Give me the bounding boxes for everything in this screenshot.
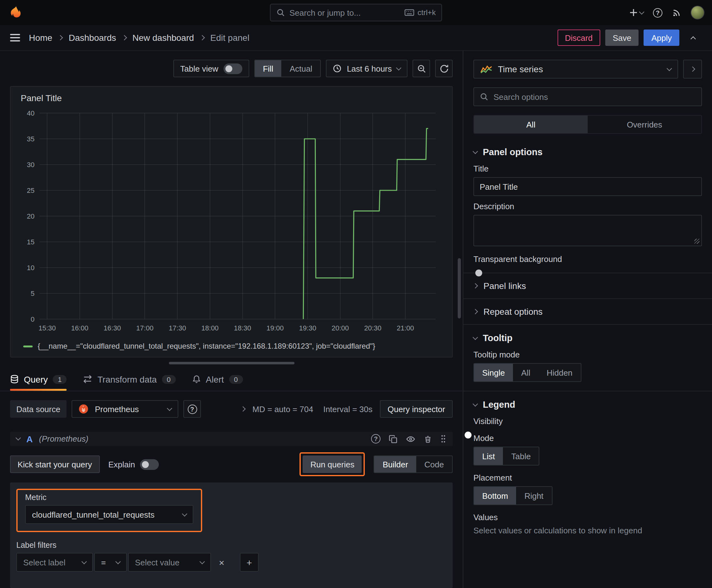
help-icon: ? [653, 8, 662, 17]
legend-placement-label: Placement [473, 473, 702, 482]
legend-table-option[interactable]: Table [503, 447, 539, 465]
zoom-out-button[interactable] [412, 60, 430, 77]
description-label: Description [473, 202, 702, 211]
trash-icon[interactable] [424, 435, 432, 443]
tooltip-all-option[interactable]: All [513, 364, 538, 381]
edit-panel-left: Table view Fill Actual Last 6 hours [0, 51, 463, 588]
legend-series-label[interactable]: {__name__="cloudflared_tunnel_total_requ… [38, 342, 375, 351]
label-filters-row: Select label = Select value × + [16, 553, 447, 572]
kick-start-button[interactable]: Kick start your query [10, 456, 100, 473]
description-input[interactable] [473, 215, 702, 246]
chart-area[interactable]: 051015202530354015:3016:0016:3017:0017:3… [18, 107, 445, 339]
datasource-help-button[interactable]: ? [184, 400, 201, 418]
metric-select[interactable]: cloudflared_tunnel_total_requests [25, 505, 193, 524]
builder-code-segmented: Builder Code [374, 456, 453, 473]
time-range-picker[interactable]: Last 6 hours [326, 60, 408, 77]
tab-query[interactable]: Query 1 [10, 368, 67, 391]
breadcrumb-dashboards[interactable]: Dashboards [69, 33, 116, 43]
query-ref-id: A [26, 434, 33, 444]
new-menu-button[interactable] [629, 8, 644, 17]
refresh-button[interactable] [435, 60, 453, 77]
query-stats: MD = auto = 704Interval = 30s [253, 404, 373, 414]
search-input[interactable] [289, 8, 400, 17]
tooltip-section-header[interactable]: Tooltip [473, 325, 702, 350]
run-queries-button[interactable]: Run queries [303, 456, 362, 473]
legend-values-description: Select values or calculations to show in… [473, 526, 702, 535]
drag-handle-icon[interactable] [440, 434, 447, 443]
panel-options-section-header[interactable]: Panel options [473, 139, 702, 164]
tab-all[interactable]: All [474, 115, 588, 133]
avatar[interactable] [691, 6, 705, 19]
tab-alert[interactable]: Alert 0 [192, 368, 243, 391]
menu-icon[interactable] [10, 34, 20, 41]
legend-section-header[interactable]: Legend [473, 391, 702, 417]
query-inspector-button[interactable]: Query inspector [380, 400, 453, 418]
top-right-actions: ? [629, 6, 705, 19]
top-nav: ctrl+k ? [0, 0, 712, 25]
apply-button[interactable]: Apply [644, 29, 679, 46]
top-search[interactable]: ctrl+k [270, 4, 442, 21]
breadcrumb-new-dashboard[interactable]: New dashboard [132, 33, 194, 43]
table-view-toggle[interactable] [223, 63, 242, 74]
placement-bottom-option[interactable]: Bottom [474, 487, 516, 504]
chart-legend[interactable]: {__name__="cloudflared_tunnel_total_requ… [18, 339, 445, 353]
tooltip-single-option[interactable]: Single [474, 364, 513, 381]
refresh-icon [439, 64, 449, 73]
eye-icon[interactable] [406, 435, 416, 443]
svg-text:19:00: 19:00 [266, 324, 284, 332]
table-view-control: Table view [173, 60, 249, 77]
query-editor: Data source Prometheus ? [0, 391, 463, 588]
plus-icon [629, 8, 638, 17]
fill-option[interactable]: Fill [255, 60, 281, 77]
news-button[interactable] [672, 8, 681, 17]
pane-resize-handle[interactable] [169, 362, 294, 364]
tab-transform-data[interactable]: Transform data 0 [83, 368, 176, 391]
legend-mode-label: Mode [473, 434, 702, 443]
time-series-chart[interactable]: 051015202530354015:3016:0016:3017:0017:3… [18, 107, 443, 335]
placement-right-option[interactable]: Right [516, 487, 552, 504]
panel-toolbar: Table view Fill Actual Last 6 hours [0, 51, 463, 86]
options-search-input[interactable] [494, 92, 696, 102]
operator-dropdown[interactable]: = [94, 553, 127, 572]
duplicate-icon[interactable] [389, 435, 397, 443]
tab-overrides[interactable]: Overrides [588, 115, 701, 133]
expand-options-icon[interactable] [240, 406, 245, 412]
collapse-query-icon[interactable] [16, 435, 21, 441]
scrollbar-thumb[interactable] [458, 258, 461, 318]
table-view-label: Table view [180, 64, 218, 73]
collapse-options-pane-button[interactable] [683, 60, 702, 79]
builder-option[interactable]: Builder [374, 456, 416, 472]
options-tab-bar: All Overrides [473, 115, 702, 134]
select-label-dropdown[interactable]: Select label [16, 553, 93, 572]
svg-text:21:00: 21:00 [397, 324, 414, 332]
svg-text:17:30: 17:30 [169, 324, 186, 332]
save-button[interactable]: Save [605, 29, 639, 46]
help-icon: ? [188, 404, 197, 414]
remove-filter-button[interactable]: × [212, 553, 231, 572]
actual-option[interactable]: Actual [282, 60, 321, 77]
repeat-options-section[interactable]: Repeat options [473, 299, 702, 324]
svg-text:30: 30 [27, 161, 35, 169]
query-help-icon[interactable]: ? [371, 434, 381, 443]
header-actions: Discard Save Apply [558, 29, 702, 46]
prometheus-icon [79, 404, 88, 414]
legend-list-option[interactable]: List [474, 447, 503, 465]
options-search[interactable] [473, 87, 702, 106]
query-count-badge: 1 [53, 375, 67, 383]
breadcrumb-home[interactable]: Home [29, 33, 52, 43]
datasource-picker[interactable]: Prometheus [71, 400, 178, 418]
code-option[interactable]: Code [416, 456, 452, 472]
tooltip-hidden-option[interactable]: Hidden [538, 364, 580, 381]
transform-icon [83, 374, 93, 384]
grafana-logo-icon[interactable] [7, 4, 24, 21]
help-button[interactable]: ? [653, 8, 662, 17]
add-filter-button[interactable]: + [240, 553, 259, 572]
query-options-toolbar: Kick start your query Explain Run querie… [10, 446, 453, 482]
panel-title-input[interactable] [473, 177, 702, 196]
visualization-picker[interactable]: Time series [473, 60, 678, 79]
collapse-header-button[interactable] [684, 29, 702, 46]
discard-button[interactable]: Discard [558, 29, 600, 46]
select-value-dropdown[interactable]: Select value [128, 553, 211, 572]
explain-toggle[interactable] [140, 459, 159, 469]
panel-links-section[interactable]: Panel links [473, 273, 702, 298]
